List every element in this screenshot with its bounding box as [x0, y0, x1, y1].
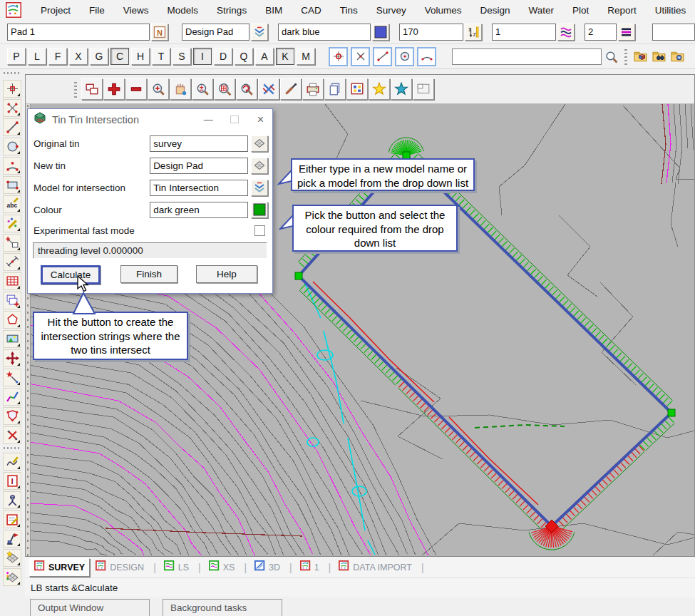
star-b-button[interactable]	[391, 78, 412, 100]
app-logo-icon[interactable]	[6, 2, 21, 18]
swatch-button[interactable]	[372, 24, 389, 41]
mode-letter-S[interactable]: S	[173, 48, 191, 65]
snap-line-button[interactable]	[373, 47, 392, 66]
experimental-fast-mode-checkbox[interactable]	[254, 225, 265, 236]
tab-3d[interactable]: 3D	[250, 559, 284, 576]
menu-item-file[interactable]: File	[80, 2, 114, 19]
mode-letter-F[interactable]: F	[48, 48, 67, 65]
mode-letter-M[interactable]: M	[297, 48, 315, 65]
dialog-title-bar[interactable]: 12d Tin Tin Intersection — ×	[28, 109, 272, 130]
menu-item-models[interactable]: Models	[158, 2, 208, 19]
tab-data-import[interactable]: DATA IMPORT	[334, 559, 416, 576]
pencil-pts-button[interactable]	[3, 215, 21, 232]
model-chevrons-button[interactable]	[251, 24, 268, 41]
menu-item-report[interactable]: Report	[598, 2, 646, 19]
image-button[interactable]	[3, 330, 21, 348]
printer-button[interactable]	[302, 78, 324, 100]
menu-item-bim[interactable]: BIM	[256, 2, 292, 19]
toolbar-drag-handle[interactable]	[74, 81, 77, 98]
mode-letter-T[interactable]: T	[152, 48, 170, 65]
line-button[interactable]	[3, 118, 21, 136]
model-for-intersection-input[interactable]	[150, 180, 248, 196]
menu-item-tins[interactable]: Tins	[331, 2, 367, 19]
text-abc-button[interactable]: abc	[3, 195, 21, 213]
search-input[interactable]	[452, 48, 602, 65]
theodolite-button[interactable]	[3, 491, 21, 509]
shield-button[interactable]	[3, 407, 21, 425]
mode-letter-G[interactable]: G	[90, 48, 108, 65]
tab-survey[interactable]: SURVEY	[29, 558, 90, 577]
menu-item-utilities[interactable]: Utilities	[646, 2, 695, 19]
colour-input[interactable]	[150, 202, 248, 218]
cad-height-input[interactable]	[399, 24, 463, 41]
notepad-button[interactable]	[3, 510, 21, 528]
menu-item-views[interactable]: Views	[114, 2, 158, 19]
help-button[interactable]: Help	[196, 265, 257, 283]
close-icon[interactable]: ×	[257, 113, 264, 126]
menu-item-design[interactable]: Design	[471, 2, 520, 19]
n-icon-button[interactable]: N	[151, 24, 168, 41]
pan-button[interactable]	[170, 78, 191, 100]
freehand-button[interactable]	[3, 453, 21, 471]
menu-item-cad[interactable]: CAD	[292, 2, 331, 19]
snap-x-button[interactable]	[351, 47, 370, 66]
mode-letter-Q[interactable]: Q	[235, 48, 253, 65]
copy-button[interactable]	[324, 78, 346, 100]
menu-item-water[interactable]: Water	[520, 2, 564, 19]
measure-button[interactable]	[3, 253, 21, 271]
tin-btn-button[interactable]	[251, 158, 268, 174]
pt-star-button[interactable]	[3, 369, 21, 386]
mode-letter-D[interactable]: D	[214, 48, 232, 65]
minus-red-button[interactable]	[125, 78, 147, 100]
x-del-button[interactable]	[3, 426, 21, 444]
menu-item-volumes[interactable]: Volumes	[416, 2, 471, 19]
cad-style-input[interactable]	[652, 24, 695, 41]
zoom-pm-button[interactable]: ±	[192, 78, 213, 100]
minimize-button[interactable]: —	[204, 114, 213, 125]
multi-line-button[interactable]	[3, 388, 21, 406]
rect-button[interactable]	[3, 176, 21, 194]
mode-letter-A[interactable]: A	[255, 48, 274, 65]
waves-mag-button[interactable]	[557, 24, 575, 41]
level-flag-button[interactable]	[3, 530, 21, 548]
mode-letter-H[interactable]: H	[131, 48, 150, 65]
cad-colour-input[interactable]	[278, 24, 371, 41]
menu-item-strings[interactable]: Strings	[207, 2, 256, 19]
move-button[interactable]	[3, 349, 21, 367]
tab-xs[interactable]: XS	[205, 559, 240, 576]
zoom-win-button[interactable]	[214, 78, 235, 100]
folder-cube-button[interactable]	[632, 47, 650, 66]
mode-letter-X[interactable]: X	[69, 48, 88, 65]
tab-1[interactable]: 1	[296, 559, 324, 576]
windows-plus-button[interactable]	[3, 292, 21, 309]
model-chevrons-button[interactable]	[251, 180, 268, 196]
cad-model-input[interactable]	[182, 24, 249, 41]
cad-tinable-input[interactable]	[492, 24, 556, 41]
tile-button[interactable]	[81, 78, 103, 100]
finish-button[interactable]: Finish	[120, 265, 177, 283]
snap-circ-button[interactable]	[395, 47, 414, 66]
menu-item-plot[interactable]: Plot	[563, 2, 598, 19]
maximize-button[interactable]	[230, 115, 239, 123]
zoom-ext-button[interactable]	[148, 78, 169, 100]
folder-gear-button[interactable]	[669, 47, 687, 66]
mode-letter-I[interactable]: I	[193, 48, 212, 65]
tin-star-button[interactable]	[3, 549, 21, 567]
calculate-button[interactable]: Calculate	[41, 265, 101, 284]
arc-button[interactable]	[3, 157, 21, 175]
cad-name-input[interactable]	[7, 24, 150, 41]
original-tin-input[interactable]	[150, 135, 248, 152]
star-y-button[interactable]	[369, 78, 390, 100]
mode-letter-C[interactable]: C	[110, 48, 129, 65]
search-icon[interactable]	[602, 47, 620, 66]
strings-x-button[interactable]	[258, 78, 279, 100]
folder-binoc-button[interactable]	[650, 47, 669, 66]
pt-square-button[interactable]	[3, 234, 21, 252]
mode-letter-L[interactable]: L	[28, 48, 46, 65]
tin-btn-button[interactable]	[251, 135, 268, 152]
panel-background-tasks[interactable]: Background tasks	[163, 599, 282, 616]
panel-output-window[interactable]: Output Window	[30, 599, 150, 616]
grid-table-button[interactable]	[346, 78, 368, 100]
plus-red-button[interactable]	[103, 78, 125, 100]
brush-button[interactable]	[280, 78, 302, 100]
